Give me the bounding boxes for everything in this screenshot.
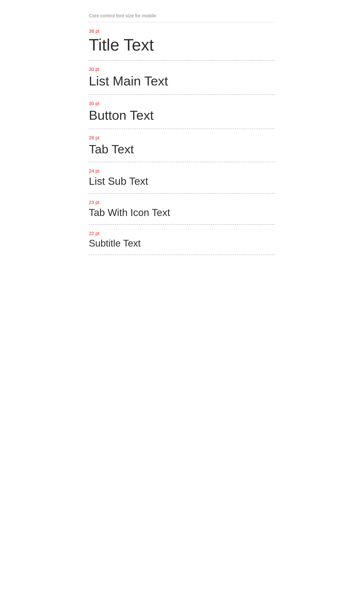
font-size-label-28: 28 pt bbox=[89, 135, 275, 141]
font-entry-22: 22 ptSubtitle Text bbox=[89, 225, 275, 249]
font-size-label-24: 24 pt bbox=[89, 168, 275, 174]
page-header: Core control font size for mobile bbox=[89, 13, 275, 22]
page-title-label: Core control font size for mobile bbox=[89, 13, 156, 18]
font-sample-23: Tab With Icon Text bbox=[89, 207, 275, 218]
font-sample-30b: Button Text bbox=[89, 108, 275, 123]
font-sample-24: List Sub Text bbox=[89, 176, 275, 187]
font-entry-23: 23 ptTab With Icon Text bbox=[89, 194, 275, 218]
font-size-label-22: 22 pt bbox=[89, 231, 275, 236]
divider-6 bbox=[89, 255, 275, 255]
font-size-label-30b: 30 pt bbox=[89, 101, 275, 106]
font-entry-28: 28 ptTab Text bbox=[89, 129, 275, 156]
font-size-label-38: 38 pt bbox=[89, 28, 275, 34]
entries-container: 38 ptTitle Text30 ptList Main Text30 ptB… bbox=[89, 22, 275, 255]
font-sample-30a: List Main Text bbox=[89, 74, 275, 88]
font-sample-38: Title Text bbox=[89, 36, 275, 54]
font-entry-30a: 30 ptList Main Text bbox=[89, 61, 275, 88]
font-entry-24: 24 ptList Sub Text bbox=[89, 162, 275, 187]
font-size-label-30a: 30 pt bbox=[89, 67, 275, 72]
font-entry-30b: 30 ptButton Text bbox=[89, 95, 275, 123]
font-sample-22: Subtitle Text bbox=[89, 238, 275, 249]
font-size-label-23: 23 pt bbox=[89, 200, 275, 205]
page-container: Core control font size for mobile 38 ptT… bbox=[89, 0, 275, 255]
font-sample-28: Tab Text bbox=[89, 142, 275, 156]
font-entry-38: 38 ptTitle Text bbox=[89, 22, 275, 54]
